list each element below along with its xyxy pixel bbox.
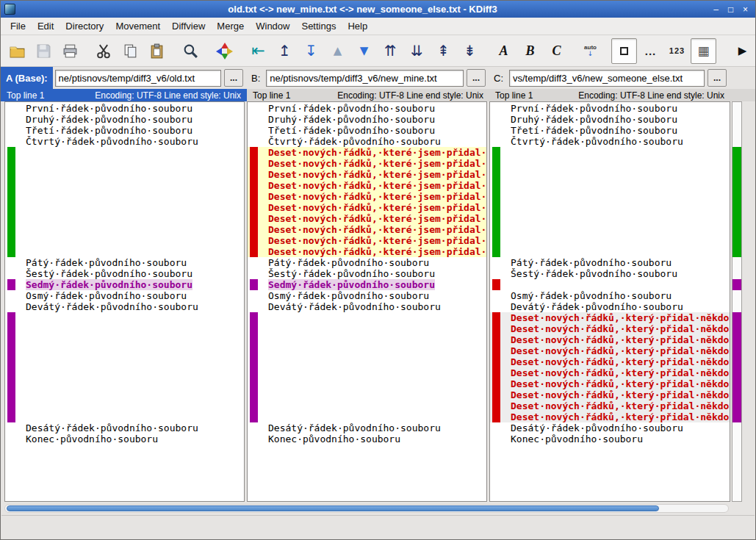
code-line[interactable] bbox=[248, 400, 486, 411]
menu-item-file[interactable]: File bbox=[4, 18, 32, 34]
code-line[interactable]: Druhý·řádek·původního·souboru bbox=[5, 114, 244, 125]
code-line[interactable]: Desátý·řádek·původního·souboru bbox=[490, 422, 730, 433]
code-line[interactable]: První·řádek·původního·souboru bbox=[5, 103, 244, 114]
code-line[interactable]: Deset·nových·řádků,·který·přidal·někdo bbox=[490, 334, 730, 345]
code-line[interactable] bbox=[5, 180, 244, 191]
code-line[interactable]: Deset·nových·řádků,·který·přidal·někdo bbox=[490, 312, 730, 323]
code-line[interactable] bbox=[5, 147, 244, 158]
diff-pane-b[interactable]: První·řádek·původního·souboruDruhý·řádek… bbox=[247, 101, 487, 502]
code-line[interactable]: Osmý·řádek·původního·souboru bbox=[5, 290, 244, 301]
menu-item-window[interactable]: Window bbox=[250, 18, 295, 34]
open-button[interactable] bbox=[4, 38, 30, 64]
code-line[interactable] bbox=[5, 400, 244, 411]
code-line[interactable]: Konec·původního·souboru bbox=[490, 433, 730, 444]
code-line[interactable]: Druhý·řádek·původního·souboru bbox=[248, 114, 486, 125]
browse-button-c[interactable]: ... bbox=[708, 69, 727, 87]
code-line[interactable]: Osmý·řádek·původního·souboru bbox=[490, 290, 730, 301]
code-line[interactable] bbox=[5, 334, 244, 345]
code-line[interactable]: Deset·nových·řádků,·které·jsem·přidal· bbox=[248, 213, 486, 224]
menu-item-help[interactable]: Help bbox=[342, 18, 373, 34]
next-diff-button[interactable]: ▼ bbox=[351, 38, 377, 64]
code-line[interactable]: Devátý·řádek·původního·souboru bbox=[490, 301, 730, 312]
paste-button[interactable] bbox=[144, 38, 170, 64]
code-line[interactable]: Šestý·řádek·původního·souboru bbox=[490, 268, 730, 279]
horizontal-scrollbar-thumb[interactable] bbox=[7, 505, 659, 511]
code-line[interactable]: Pátý·řádek·původního·souboru bbox=[5, 257, 244, 268]
save-button[interactable] bbox=[31, 38, 57, 64]
horizontal-scrollbar[interactable] bbox=[4, 504, 729, 513]
code-line[interactable] bbox=[248, 367, 486, 378]
code-line[interactable]: Deset·nových·řádků,·který·přidal·někdo bbox=[490, 400, 730, 411]
browse-button-b[interactable]: ... bbox=[467, 69, 486, 87]
code-line[interactable] bbox=[5, 411, 244, 422]
menu-item-movement[interactable]: Movement bbox=[109, 18, 166, 34]
code-line[interactable] bbox=[5, 191, 244, 202]
diff-pane-c[interactable]: První·řádek·původního·souboruDruhý·řádek… bbox=[489, 101, 730, 502]
menu-item-merge[interactable]: Merge bbox=[211, 18, 250, 34]
code-line[interactable] bbox=[5, 158, 244, 169]
code-line[interactable]: První·řádek·původního·souboru bbox=[490, 103, 730, 114]
toolbar-overflow-button[interactable]: ▶ bbox=[730, 38, 755, 64]
code-line[interactable]: Deset·nových·řádků,·který·přidal·někdo bbox=[490, 389, 730, 400]
code-line[interactable]: Čtvrtý·řádek·původního·souboru bbox=[248, 136, 486, 147]
find-button[interactable] bbox=[178, 38, 204, 64]
code-line[interactable]: Devátý·řádek·původního·souboru bbox=[248, 301, 486, 312]
code-line[interactable] bbox=[248, 389, 486, 400]
title-bar[interactable]: old.txt <-> new_mine.txt <-> new_someone… bbox=[1, 1, 755, 18]
diff-overview-column[interactable] bbox=[732, 101, 742, 502]
code-line[interactable] bbox=[490, 169, 730, 180]
menu-item-edit[interactable]: Edit bbox=[32, 18, 60, 34]
code-line[interactable] bbox=[5, 323, 244, 334]
code-line[interactable]: Desátý·řádek·původního·souboru bbox=[5, 422, 244, 433]
code-line[interactable] bbox=[490, 213, 730, 224]
prev-unsolved-conflict-button[interactable]: ⇞ bbox=[431, 38, 456, 64]
code-line[interactable]: Šestý·řádek·původního·souboru bbox=[5, 268, 244, 279]
code-line[interactable]: Deset·nových·řádků,·které·jsem·přidal· bbox=[248, 169, 486, 180]
code-line[interactable] bbox=[248, 323, 486, 334]
code-line[interactable] bbox=[5, 356, 244, 367]
code-line[interactable]: Deset·nových·řádků,·které·jsem·přidal· bbox=[248, 158, 486, 169]
code-line[interactable] bbox=[5, 213, 244, 224]
code-line[interactable] bbox=[490, 279, 730, 290]
file-path-input-c[interactable] bbox=[509, 70, 705, 87]
goto-next-delta-button[interactable]: ↧ bbox=[298, 38, 324, 64]
code-line[interactable]: Šestý·řádek·původního·souboru bbox=[248, 268, 486, 279]
prev-conflict-button[interactable]: ⇈ bbox=[378, 38, 403, 64]
code-line[interactable] bbox=[248, 334, 486, 345]
cut-button[interactable] bbox=[91, 38, 117, 64]
code-line[interactable]: Deset·nových·řádků,·které·jsem·přidal· bbox=[248, 246, 486, 257]
minimize-button[interactable]: – bbox=[710, 4, 722, 15]
code-line[interactable]: Třetí·řádek·původního·souboru bbox=[490, 125, 730, 136]
code-line[interactable]: Desátý·řádek·původního·souboru bbox=[248, 422, 486, 433]
code-line[interactable] bbox=[5, 235, 244, 246]
select-line-c-button[interactable]: C bbox=[544, 38, 569, 64]
print-button[interactable] bbox=[57, 38, 83, 64]
code-line[interactable]: Druhý·řádek·původního·souboru bbox=[490, 114, 730, 125]
code-line[interactable] bbox=[5, 246, 244, 257]
code-line[interactable] bbox=[490, 147, 730, 158]
code-line[interactable] bbox=[5, 345, 244, 356]
code-line[interactable] bbox=[490, 191, 730, 202]
menu-item-settings[interactable]: Settings bbox=[295, 18, 342, 34]
code-line[interactable]: Pátý·řádek·původního·souboru bbox=[490, 257, 730, 268]
code-line[interactable] bbox=[248, 345, 486, 356]
code-line[interactable]: Sedmý·řádek·původního·souboru bbox=[5, 279, 244, 290]
copy-button[interactable] bbox=[118, 38, 143, 64]
code-line[interactable]: Konec·původního·souboru bbox=[248, 433, 486, 444]
code-line[interactable] bbox=[490, 224, 730, 235]
code-line[interactable]: Deset·nových·řádků,·které·jsem·přidal· bbox=[248, 147, 486, 158]
code-line[interactable] bbox=[5, 367, 244, 378]
code-line[interactable] bbox=[490, 235, 730, 246]
code-line[interactable]: Čtvrtý·řádek·původního·souboru bbox=[490, 136, 730, 147]
show-whitespace-button[interactable]: ... bbox=[638, 38, 663, 64]
code-line[interactable]: Deset·nových·řádků,·které·jsem·přidal· bbox=[248, 191, 486, 202]
next-conflict-button[interactable]: ⇊ bbox=[404, 38, 430, 64]
code-line[interactable]: Osmý·řádek·původního·souboru bbox=[248, 290, 486, 301]
reload-diff-button[interactable] bbox=[212, 38, 237, 64]
select-line-b-button[interactable]: B bbox=[517, 38, 543, 64]
code-line[interactable]: Pátý·řádek·původního·souboru bbox=[248, 257, 486, 268]
prev-diff-button[interactable]: ▲ bbox=[325, 38, 350, 64]
code-line[interactable] bbox=[5, 389, 244, 400]
maximize-button[interactable]: □ bbox=[724, 4, 737, 15]
code-line[interactable]: Deset·nových·řádků,·který·přidal·někdo bbox=[490, 356, 730, 367]
